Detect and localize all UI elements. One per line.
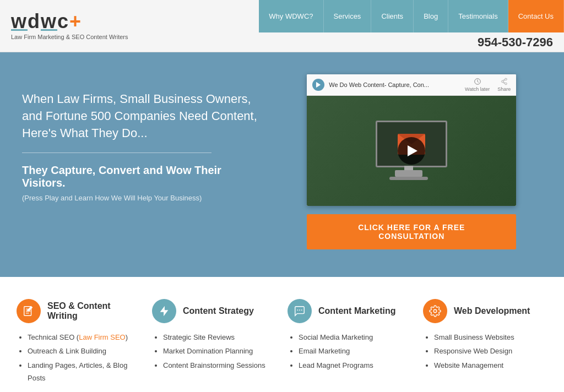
svg-marker-0	[316, 82, 321, 88]
video-title: We Do Web Content- Capture, Con...	[329, 81, 460, 88]
service-card-seo: SEO & Content Writing Technical SEO (Law…	[17, 299, 141, 392]
watch-later-label: Watch later	[465, 86, 490, 92]
nav-why-wdwc[interactable]: Why WDWC?	[259, 0, 323, 32]
logo: wdwc+	[11, 12, 143, 31]
service-icon-webdev	[423, 299, 447, 323]
monitor-stand	[395, 170, 422, 177]
bolt-icon	[158, 305, 170, 317]
service-title-seo: SEO & Content Writing	[47, 301, 141, 321]
logo-area: wdwc+ Law Firm Marketing & SEO Content W…	[0, 0, 154, 52]
service-icon-marketing	[288, 299, 312, 323]
list-item: Market Domination Planning	[163, 345, 276, 357]
logo-plus: +	[69, 10, 82, 32]
service-icon-strategy	[152, 299, 176, 323]
play-button[interactable]	[398, 137, 425, 165]
service-card-marketing: Content Marketing Social Media Marketing…	[288, 299, 412, 392]
service-title-webdev: Web Development	[454, 306, 530, 316]
cta-button[interactable]: CLICK HERE FOR A FREE CONSULTATION	[307, 214, 516, 249]
hero-subheadline: They Capture, Convert and Wow Their Visi…	[22, 164, 259, 189]
service-card-webdev: Web Development Small Business Websites …	[423, 299, 547, 392]
video-player[interactable]	[307, 96, 516, 206]
play-circle-icon	[314, 81, 322, 89]
service-icon-seo	[17, 299, 41, 323]
service-header-webdev: Web Development	[423, 299, 547, 323]
law-firm-seo-link[interactable]: Law Firm SEO	[79, 333, 126, 341]
nav-services[interactable]: Services	[324, 0, 372, 32]
nav-testimonials[interactable]: Testimonials	[448, 0, 508, 32]
svg-point-5	[301, 309, 302, 311]
video-actions: Watch later Share	[465, 78, 511, 92]
service-header-seo: SEO & Content Writing	[17, 299, 141, 323]
list-item: Website Management	[434, 359, 547, 372]
video-container[interactable]: We Do Web Content- Capture, Con... Watch…	[307, 74, 516, 206]
hero-headline: When Law Firms, Small Business Owners, a…	[22, 91, 259, 141]
list-item: Responsive Web Design	[434, 345, 547, 357]
nav-phone-area: Why WDWC? Services Clients Blog Testimon…	[259, 0, 564, 52]
share-icon	[500, 78, 508, 85]
site-header: wdwc+ Law Firm Marketing & SEO Content W…	[0, 0, 564, 52]
list-item: Strategic Site Reviews	[163, 331, 276, 344]
hero-text-area: When Law Firms, Small Business Owners, a…	[22, 74, 259, 202]
logo-tagline: Law Firm Marketing & SEO Content Writers	[11, 34, 143, 40]
service-list-strategy: Strategic Site Reviews Market Domination…	[152, 331, 276, 386]
service-title-strategy: Content Strategy	[183, 306, 254, 316]
service-header-marketing: Content Marketing	[288, 299, 412, 323]
service-title-marketing: Content Marketing	[318, 306, 395, 316]
video-top-bar: We Do Web Content- Capture, Con... Watch…	[307, 74, 516, 96]
phone-number: 954-530-7296	[259, 32, 564, 52]
list-item: Content Brainstorming Sessions	[163, 359, 276, 372]
service-header-strategy: Content Strategy	[152, 299, 276, 323]
list-item: Lead Magnet Programs	[299, 359, 412, 372]
hero-video-area: We Do Web Content- Capture, Con... Watch…	[281, 74, 542, 249]
share-label: Share	[497, 86, 511, 92]
monitor-base	[389, 177, 428, 180]
watch-later-action[interactable]: Watch later	[465, 78, 490, 92]
gear-icon	[429, 305, 441, 317]
nav-blog[interactable]: Blog	[414, 0, 448, 32]
hero-section: When Law Firms, Small Business Owners, a…	[0, 52, 564, 277]
list-item: Email Marketing	[299, 345, 412, 357]
chat-icon	[294, 305, 306, 317]
svg-point-6	[433, 309, 437, 313]
hero-subtext: (Press Play and Learn How We Will Help Y…	[22, 194, 259, 202]
share-action[interactable]: Share	[497, 78, 511, 92]
svg-point-4	[299, 309, 300, 311]
list-item: Small Business Websites	[434, 331, 547, 344]
video-channel-icon	[312, 79, 324, 91]
service-list-webdev: Small Business Websites Responsive Web D…	[423, 331, 547, 386]
edit-icon	[23, 305, 35, 317]
nav-clients[interactable]: Clients	[371, 0, 414, 32]
list-item: Social Media Marketing	[299, 331, 412, 344]
service-list-seo: Technical SEO (Law Firm SEO) Outreach & …	[17, 331, 141, 386]
main-nav: Why WDWC? Services Clients Blog Testimon…	[259, 0, 564, 32]
list-item: Landing Pages, Articles, & Blog Posts	[28, 359, 141, 385]
hero-divider	[22, 153, 212, 153]
clock-icon	[474, 78, 481, 85]
service-card-strategy: Content Strategy Strategic Site Reviews …	[152, 299, 276, 392]
service-list-marketing: Social Media Marketing Email Marketing L…	[288, 331, 412, 386]
services-section: SEO & Content Writing Technical SEO (Law…	[0, 277, 564, 392]
list-item: Outreach & Link Building	[28, 345, 141, 357]
list-item: Technical SEO (Law Firm SEO)	[28, 331, 141, 344]
svg-point-3	[297, 309, 298, 311]
nav-contact-us[interactable]: Contact Us	[508, 0, 564, 32]
